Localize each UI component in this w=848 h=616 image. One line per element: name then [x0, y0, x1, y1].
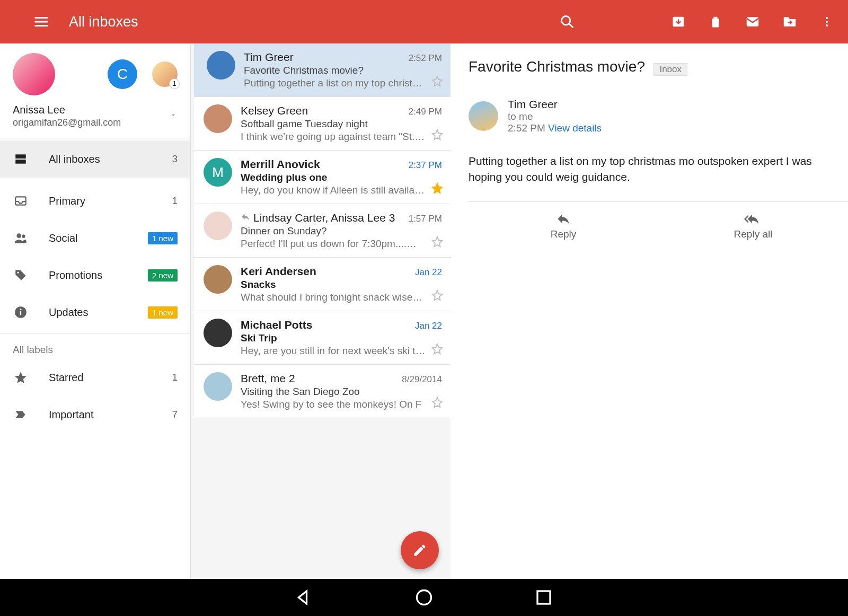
message-time: Jan 22 [415, 267, 442, 278]
tag-icon [13, 268, 29, 282]
svg-rect-17 [537, 591, 550, 604]
nav-starred[interactable]: Starred 1 [0, 359, 190, 396]
nav-label: Important [49, 409, 93, 421]
star-icon[interactable] [431, 75, 443, 89]
all-inboxes-icon [13, 152, 29, 166]
current-account-avatar[interactable] [13, 53, 55, 95]
nav-label: Updates [49, 306, 89, 319]
message-body: Putting together a list on my top christ… [469, 153, 848, 186]
nav-count: 1 [172, 372, 178, 383]
message-snippet: Yes! Swing by to see the monkeys! On F [241, 399, 442, 410]
message-row[interactable]: MMerrill Anovick2:37 PMWedding plus oneH… [194, 151, 450, 204]
nav-label: Primary [49, 195, 85, 207]
sender-text: Tim Greer [244, 51, 294, 64]
account-name: Anissa Lee [13, 104, 121, 116]
secondary-account-avatar-2[interactable]: 1 [152, 61, 178, 87]
sender-avatar[interactable] [207, 51, 235, 80]
nav-count: 7 [172, 409, 178, 420]
inbox-chip: Inbox [409, 240, 434, 249]
nav-badge: 1 new [148, 306, 178, 319]
nav-label: Promotions [49, 269, 102, 281]
svg-point-10 [16, 233, 21, 238]
svg-point-12 [17, 272, 19, 274]
sender-avatar[interactable] [204, 319, 232, 347]
account-badge: 1 [169, 78, 180, 89]
message-time: 2:52 PM [508, 122, 545, 134]
view-details-link[interactable]: View details [548, 122, 602, 134]
star-icon[interactable] [431, 289, 443, 303]
delete-icon[interactable] [707, 13, 724, 30]
nav-badge: 2 new [148, 269, 178, 281]
people-icon [13, 231, 29, 245]
reply-all-button[interactable]: Reply all [658, 202, 848, 250]
message-time: 8/29/2014 [402, 374, 442, 385]
nav-all-inboxes[interactable]: All inboxes 3 [0, 140, 190, 178]
sender-avatar[interactable] [204, 265, 232, 294]
message-row[interactable]: Keri AndersenJan 22SnacksWhat should I b… [194, 258, 450, 311]
nav-primary[interactable]: Primary 1 [0, 182, 190, 219]
message-row[interactable]: Kelsey Green2:49 PMSoftball game Tuesday… [194, 97, 450, 151]
nav-social[interactable]: Social 1 new [0, 219, 190, 257]
message-subject: Softball game Tuesday night [241, 118, 442, 130]
compose-fab[interactable] [401, 531, 439, 569]
star-icon[interactable] [431, 129, 443, 143]
mark-unread-icon[interactable] [744, 13, 761, 30]
sender-avatar[interactable] [204, 104, 232, 133]
svg-point-11 [22, 235, 25, 239]
nav-count: 3 [172, 153, 178, 165]
system-navbar [0, 579, 848, 616]
secondary-account-avatar-1[interactable]: C [108, 59, 137, 89]
message-time: 1:57 PM [409, 214, 442, 224]
star-icon[interactable] [431, 182, 443, 196]
reply-button[interactable]: Reply [469, 202, 658, 250]
reading-pane: Favorite Christmas movie? Inbox Tim Gree… [450, 43, 848, 579]
move-to-icon[interactable] [781, 13, 798, 30]
sender-avatar[interactable] [204, 212, 232, 240]
sender-avatar[interactable] [469, 101, 498, 131]
sender-name: Tim Greer [508, 98, 602, 111]
sender-text: Michael Potts [241, 319, 312, 331]
sender-text: Merrill Anovick [241, 158, 320, 171]
message-time: Jan 22 [415, 321, 442, 331]
message-snippet: Putting together a list on my top christ… [244, 77, 442, 89]
message-row[interactable]: Michael PottsJan 22Ski TripHey, are you … [194, 311, 450, 365]
search-icon[interactable] [559, 13, 576, 30]
home-button[interactable] [414, 588, 434, 607]
svg-point-4 [826, 17, 828, 19]
sender-text: Brett, me 2 [241, 372, 295, 385]
nav-promotions[interactable]: Promotions 2 new [0, 257, 190, 294]
message-row[interactable]: Lindsay Carter, Anissa Lee 31:57 PMDinne… [194, 204, 450, 258]
message-list: Tim Greer2:52 PMFavorite Christmas movie… [191, 43, 450, 579]
nav-important[interactable]: Important 7 [0, 396, 190, 433]
sender-avatar[interactable]: M [204, 158, 232, 187]
back-button[interactable] [295, 588, 314, 607]
recents-button[interactable] [534, 588, 553, 607]
svg-point-6 [826, 24, 828, 27]
sender-text: Keri Andersen [241, 265, 316, 278]
star-icon[interactable] [431, 397, 443, 410]
message-subject: Favorite Christmas movie? [469, 58, 645, 75]
nav-label: Starred [49, 372, 84, 384]
nav-label: Social [49, 232, 77, 244]
account-switcher[interactable]: Anissa Lee origamifan26@gmail.com [13, 104, 178, 128]
reply-label: Reply [551, 228, 577, 240]
important-icon [13, 408, 29, 421]
menu-icon[interactable] [33, 13, 50, 30]
message-row[interactable]: Brett, me 28/29/2014Visiting the San Die… [194, 365, 450, 418]
svg-point-16 [417, 591, 431, 605]
nav-updates[interactable]: Updates 1 new [0, 294, 190, 331]
star-icon[interactable] [431, 236, 443, 250]
overflow-icon[interactable] [818, 13, 835, 30]
message-row[interactable]: Tim Greer2:52 PMFavorite Christmas movie… [191, 43, 450, 97]
message-subject: Favorite Christmas movie? [244, 65, 442, 76]
message-time: 2:49 PM [409, 107, 442, 117]
label-chip[interactable]: Inbox [653, 63, 687, 76]
nav-count: 1 [172, 195, 178, 207]
sender-avatar[interactable] [204, 372, 232, 401]
caret-down-icon [169, 111, 178, 121]
star-icon[interactable] [431, 343, 443, 357]
inbox-icon [13, 194, 29, 208]
archive-icon[interactable] [670, 13, 687, 30]
svg-rect-8 [15, 160, 26, 164]
message-snippet: Hey, are you still in for next week's sk… [241, 345, 442, 357]
